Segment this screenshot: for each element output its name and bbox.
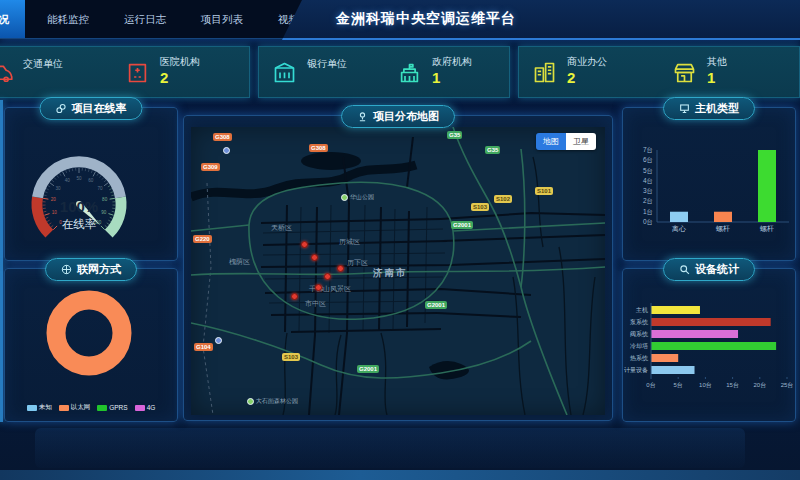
project-marker[interactable] — [324, 273, 331, 280]
map-district-label: 槐荫区 — [229, 257, 250, 267]
svg-text:25台: 25台 — [781, 382, 794, 389]
tab-energy-monitor[interactable]: 能耗监控 — [34, 0, 102, 38]
left-glow-edge — [0, 100, 3, 422]
stat-entry: 商业办公2 — [519, 56, 659, 87]
map-canvas[interactable]: 天桥区槐荫区历城区历下区济南市市中区千佛山风景区G308G308G309G220… — [191, 127, 605, 415]
svg-text:3台: 3台 — [643, 187, 653, 195]
legend-item: 以太网 — [59, 403, 91, 412]
road-badge: S101 — [535, 187, 553, 195]
poi-label: 华山公园 — [350, 193, 374, 202]
online-rate-panel: 项目在线率 0102030405060708090100100%在线率 — [4, 107, 178, 261]
svg-text:7台: 7台 — [643, 146, 653, 154]
monitor-icon — [679, 103, 690, 114]
bottom-shadow — [35, 428, 745, 468]
road-badge: G2001 — [451, 221, 473, 229]
svg-text:30: 30 — [55, 186, 61, 191]
svg-text:螺杆: 螺杆 — [716, 225, 730, 232]
road-badge: G2001 — [425, 301, 447, 309]
svg-text:40: 40 — [65, 178, 71, 183]
device-stats-panel: 设备统计 主机泵系统阀系统冷却塔热系统计量设备0台5台10台15台20台25台 — [622, 268, 796, 422]
svg-text:80: 80 — [102, 197, 108, 202]
car-icon — [0, 59, 14, 86]
stat-entry: 其他1 — [659, 56, 799, 87]
road-badge: S103 — [471, 203, 489, 211]
svg-text:100%: 100% — [60, 198, 98, 215]
tab-project-list[interactable]: 项目列表 — [188, 0, 256, 38]
project-marker[interactable] — [291, 293, 298, 300]
poi-dot-icon — [223, 147, 230, 154]
map-mode-button[interactable]: 地图 — [536, 133, 566, 150]
road-badge: G2001 — [357, 365, 379, 373]
svg-text:冷却塔: 冷却塔 — [630, 343, 648, 350]
stat-label: 其他 — [707, 56, 727, 69]
map-city-label: 济南市 — [373, 267, 408, 280]
network-type-panel: 联网方式 未知以太网GPRS4G — [4, 268, 178, 422]
stat-value: 2 — [160, 69, 200, 88]
stat-label: 商业办公 — [567, 56, 607, 69]
stat-entry: 银行单位 — [259, 58, 384, 87]
stat-entry: 交通单位 — [0, 58, 112, 87]
host-type-panel: 主机类型 0台1台2台3台4台5台6台7台离心螺杆螺杆 — [622, 107, 796, 261]
stat-text: 银行单位 — [307, 58, 347, 87]
svg-text:6台: 6台 — [643, 156, 653, 164]
svg-text:50: 50 — [76, 176, 82, 181]
svg-text:4台: 4台 — [643, 177, 653, 185]
poi-dot-icon — [247, 398, 254, 405]
project-marker[interactable] — [301, 241, 308, 248]
stat-label: 交通单位 — [23, 58, 63, 71]
location-icon — [357, 111, 368, 122]
map-poi-marker[interactable] — [223, 147, 230, 154]
road-badge: G104 — [194, 343, 213, 351]
road-badge: G308 — [309, 144, 328, 152]
map-district-label: 历下区 — [347, 258, 368, 268]
online-rate-panel-header: 项目在线率 — [40, 97, 143, 120]
poi-label: 大石崮森林公园 — [256, 397, 298, 406]
map-layer-switch: 地图卫星 — [536, 133, 596, 150]
svg-text:90: 90 — [101, 210, 107, 215]
road-badge: G35 — [447, 131, 462, 139]
legend-swatch — [59, 405, 69, 411]
svg-text:1台: 1台 — [643, 208, 653, 216]
road-badge: G309 — [201, 163, 220, 171]
bank-icon — [271, 59, 298, 86]
stat-entry: 政府机构1 — [384, 56, 509, 87]
svg-text:20: 20 — [51, 197, 57, 202]
stat-panel-bank-government: 银行单位政府机构1 — [258, 46, 510, 98]
map-poi-marker[interactable]: 大石崮森林公园 — [247, 397, 298, 406]
page-title: 金洲科瑞中央空调运维平台 — [316, 0, 536, 36]
satellite-mode-button[interactable]: 卫星 — [566, 133, 596, 150]
tab-overview[interactable]: 概况 — [0, 0, 25, 38]
svg-text:0台: 0台 — [646, 382, 655, 389]
stat-label: 政府机构 — [432, 56, 472, 69]
legend-label: 4G — [147, 404, 156, 411]
network-panel-title: 联网方式 — [77, 262, 121, 277]
map-poi-marker[interactable] — [215, 337, 222, 344]
government-icon — [396, 59, 423, 86]
poi-dot-icon — [341, 194, 348, 201]
road-badge: G35 — [485, 146, 500, 154]
svg-text:计量设备: 计量设备 — [624, 366, 648, 374]
stat-value — [23, 70, 63, 86]
map-district-label: 天桥区 — [271, 223, 292, 233]
svg-text:20台: 20台 — [753, 382, 766, 389]
map-district-label: 市中区 — [305, 299, 326, 309]
project-marker[interactable] — [337, 265, 344, 272]
stat-label: 银行单位 — [307, 58, 347, 71]
legend-label: 未知 — [39, 403, 52, 412]
dashboard-root: 概况能耗监控运行日志项目列表视频监控 金洲科瑞中央空调运维平台 交通单位医院机构… — [0, 0, 800, 480]
svg-text:0台: 0台 — [643, 218, 653, 226]
project-marker[interactable] — [311, 254, 318, 261]
map-district-label: 历城区 — [339, 237, 360, 247]
network-legend: 未知以太网GPRS4G — [5, 403, 177, 412]
svg-text:10台: 10台 — [699, 382, 712, 389]
svg-text:热系统: 热系统 — [630, 354, 649, 362]
host-type-panel-header: 主机类型 — [663, 97, 755, 120]
online-rate-panel-title: 项目在线率 — [72, 101, 127, 116]
map-poi-marker[interactable]: 华山公园 — [341, 193, 374, 202]
tab-run-logs[interactable]: 运行日志 — [111, 0, 179, 38]
stat-panel-office-other: 商业办公2其他1 — [518, 46, 800, 98]
project-marker[interactable] — [315, 284, 322, 291]
legend-item: 4G — [135, 403, 156, 412]
map-overlay: 天桥区槐荫区历城区历下区济南市市中区千佛山风景区G308G308G309G220… — [191, 127, 605, 415]
top-nav-bar: 概况能耗监控运行日志项目列表视频监控 金洲科瑞中央空调运维平台 — [0, 0, 800, 39]
